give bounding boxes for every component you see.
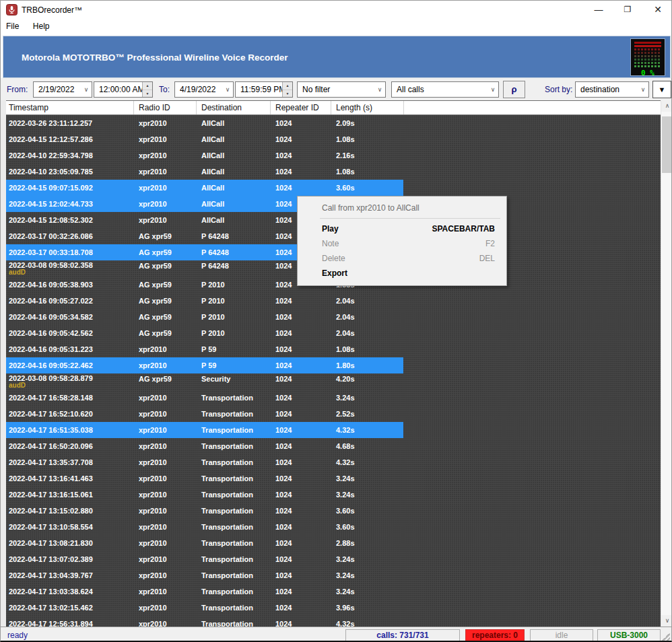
menu-item-note[interactable]: NoteF2: [298, 236, 506, 251]
spinner-down-icon[interactable]: ▼: [283, 90, 292, 98]
cell-radio-id: xpr2010: [133, 135, 196, 143]
column-header-repeater-id[interactable]: Repeater ID: [270, 101, 331, 114]
column-header-destination[interactable]: Destination: [196, 101, 270, 114]
cell-repeater-id: 1024: [270, 361, 331, 369]
table-row[interactable]: 2022-04-15 12:12:57.286xpr2010AllCall102…: [6, 131, 661, 147]
menu-item-play[interactable]: PlaySPACEBAR/TAB: [298, 221, 506, 236]
column-header-timestamp[interactable]: Timestamp: [6, 101, 133, 114]
table-row[interactable]: 2022-03-08 09:58:28.879audDAG xpr59Secur…: [6, 373, 661, 390]
table-row[interactable]: 2022-04-17 12:56:31.894xpr2010Transporta…: [6, 616, 661, 627]
cell-length: 2.04s: [331, 329, 403, 337]
to-time-input[interactable]: 11:59:59 PM ▲ ▼: [235, 81, 293, 98]
menu-file[interactable]: File: [1, 20, 24, 31]
table-row[interactable]: 2022-04-17 13:02:15.462xpr2010Transporta…: [6, 600, 661, 616]
table-row[interactable]: 2022-04-16 09:05:42.562AG xpr59P 2010102…: [6, 325, 661, 341]
cell-repeater-id: 1024: [270, 458, 331, 466]
table-row[interactable]: 2022-04-17 16:58:28.148xpr2010Transporta…: [6, 390, 661, 406]
table-row[interactable]: 2022-04-17 13:04:39.767xpr2010Transporta…: [6, 567, 661, 583]
cell-length: 4.32s: [331, 620, 403, 627]
table-row[interactable]: 2022-04-17 16:50:20.096xpr2010Transporta…: [6, 438, 661, 454]
cell-radio-id: xpr2010: [133, 620, 196, 627]
cell-length: 1.08s: [331, 135, 403, 143]
table-row[interactable]: 2022-04-17 13:15:02.880xpr2010Transporta…: [6, 503, 661, 519]
vertical-scrollbar[interactable]: ∧ ∨: [661, 100, 672, 627]
cell-destination: Transportation: [196, 587, 270, 596]
table-row[interactable]: 2022-04-17 13:16:41.463xpr2010Transporta…: [6, 470, 661, 487]
table-row[interactable]: 2022-04-17 13:16:15.061xpr2010Transporta…: [6, 487, 661, 503]
cell-length: 3.60s: [331, 184, 403, 192]
spinner-down-icon[interactable]: ▼: [143, 90, 152, 98]
cell-repeater-id: 1024: [270, 184, 331, 192]
cell-radio-id: xpr2010: [133, 442, 196, 450]
cell-destination: Transportation: [196, 474, 270, 483]
cell-radio-id: xpr2010: [133, 168, 196, 176]
table-row[interactable]: 2022-04-17 13:35:37.708xpr2010Transporta…: [6, 454, 661, 470]
to-date-select[interactable]: 4/19/2022 ∨: [174, 81, 234, 98]
table-row[interactable]: 2022-04-10 23:05:09.785xpr2010AllCall102…: [6, 164, 661, 180]
cell-timestamp: 2022-04-17 13:16:41.463: [6, 474, 133, 483]
spinner-up-icon[interactable]: ▲: [283, 82, 292, 90]
minimize-button[interactable]: —: [588, 2, 609, 17]
table-row[interactable]: 2022-04-16 09:05:27.022AG xpr59P 2010102…: [6, 293, 661, 309]
spinner-up-icon[interactable]: ▲: [143, 82, 152, 90]
cell-length: 3.24s: [331, 587, 403, 596]
scroll-up-icon[interactable]: ∧: [661, 100, 672, 112]
scrollbar-thumb[interactable]: [662, 116, 672, 173]
time-spinner[interactable]: ▲ ▼: [142, 82, 152, 97]
menu-item-delete[interactable]: DeleteDEL: [298, 251, 506, 266]
table-row[interactable]: 2022-04-16 09:05:22.462xpr2010P 5910241.…: [6, 357, 661, 373]
cell-destination: AllCall: [196, 184, 270, 192]
cell-destination: AllCall: [196, 200, 270, 208]
table-row[interactable]: 2022-04-17 13:10:58.554xpr2010Transporta…: [6, 519, 661, 535]
meter-bar: [634, 55, 661, 57]
table-row[interactable]: 2022-04-10 22:59:34.798xpr2010AllCall102…: [6, 147, 661, 164]
cell-destination: Security: [196, 373, 270, 383]
cell-length: 2.16s: [331, 151, 403, 159]
filter-dropdown[interactable]: No filter ∨: [297, 81, 386, 98]
time-spinner[interactable]: ▲ ▼: [282, 82, 292, 97]
audio-tag: audD: [9, 382, 133, 389]
cell-repeater-id: 1024: [270, 373, 331, 383]
audio-tag: audD: [9, 269, 133, 276]
cell-length: 4.32s: [331, 458, 403, 466]
table-row[interactable]: 2022-04-17 13:08:21.830xpr2010Transporta…: [6, 535, 661, 551]
menu-help[interactable]: Help: [28, 20, 55, 31]
menu-item-export[interactable]: Export: [298, 266, 506, 281]
expand-filter-button[interactable]: ▼: [652, 81, 671, 98]
table-row[interactable]: 2022-04-16 09:05:34.582AG xpr59P 2010102…: [6, 309, 661, 325]
scroll-down-icon[interactable]: ∨: [661, 615, 672, 627]
cell-repeater-id: 1024: [270, 604, 331, 612]
meter-bar: [634, 42, 661, 44]
meter-bar: [634, 52, 661, 54]
from-time-input[interactable]: 12:00:00 AM ▲ ▼: [94, 81, 153, 98]
table-row[interactable]: 2022-04-15 09:07:15.092xpr2010AllCall102…: [6, 180, 661, 196]
search-button[interactable]: ρ: [503, 81, 525, 98]
menu-separator: [320, 218, 500, 219]
column-header-filler: [403, 101, 661, 114]
cell-destination: P 2010: [196, 313, 270, 321]
table-row[interactable]: 2022-04-17 16:51:35.038xpr2010Transporta…: [6, 422, 661, 438]
sort-dropdown[interactable]: destination ∨: [575, 81, 649, 98]
from-date-select[interactable]: 2/19/2022 ∨: [33, 81, 92, 98]
table-row[interactable]: 2022-04-16 09:05:31.223xpr2010P 5910241.…: [6, 341, 661, 357]
maximize-button[interactable]: ❐: [617, 2, 638, 17]
resize-grip-icon[interactable]: [661, 633, 670, 641]
close-button[interactable]: ✕: [647, 2, 669, 17]
column-header-radio-id[interactable]: Radio ID: [133, 101, 196, 114]
cell-length: 2.88s: [331, 539, 403, 547]
table-row[interactable]: 2022-04-17 16:52:10.620xpr2010Transporta…: [6, 406, 661, 422]
context-menu-items: PlaySPACEBAR/TABNoteF2DeleteDELExport: [298, 221, 506, 281]
table-row[interactable]: 2022-04-17 13:07:02.389xpr2010Transporta…: [6, 551, 661, 567]
cell-radio-id: AG xpr59: [133, 313, 196, 321]
cell-length: 4.20s: [331, 373, 403, 383]
cell-radio-id: xpr2010: [133, 151, 196, 159]
cell-length: 3.96s: [331, 604, 403, 612]
table-row[interactable]: 2022-04-17 13:03:38.624xpr2010Transporta…: [6, 583, 661, 600]
chevron-down-icon: ∨: [81, 86, 92, 93]
cell-radio-id: xpr2010: [133, 119, 196, 127]
table-row[interactable]: 2022-03-26 23:11:12.257xpr2010AllCall102…: [6, 115, 661, 131]
call-type-dropdown[interactable]: All calls ∨: [391, 81, 499, 98]
cell-length: 2.52s: [331, 410, 403, 418]
status-bar: ready calls: 731/731 repeaters: 0 idle U…: [1, 627, 671, 642]
column-header-length[interactable]: Length (s): [331, 101, 403, 114]
